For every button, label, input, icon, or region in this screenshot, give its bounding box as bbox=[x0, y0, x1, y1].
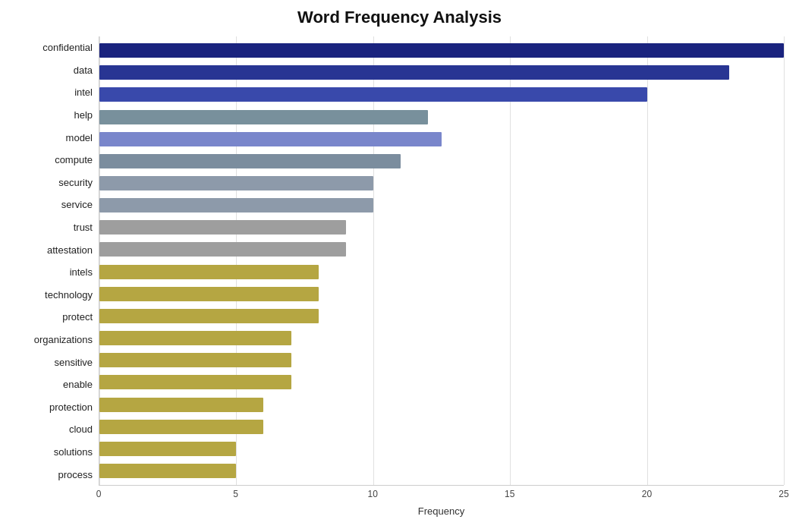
bar-row bbox=[99, 39, 784, 61]
x-tick: 15 bbox=[505, 489, 514, 499]
bar bbox=[99, 375, 291, 389]
grid-line bbox=[784, 36, 785, 485]
x-tick: 10 bbox=[368, 489, 378, 499]
bar-row bbox=[99, 305, 784, 327]
y-label: intels bbox=[70, 267, 93, 277]
bar-row bbox=[99, 438, 784, 460]
x-axis-title: Frequency bbox=[99, 505, 784, 517]
chart-area: confidentialdataintelhelpmodelcomputesec… bbox=[15, 36, 784, 486]
bar-row bbox=[99, 172, 784, 194]
bar bbox=[99, 154, 401, 168]
x-tick: 5 bbox=[233, 489, 238, 499]
bar bbox=[99, 220, 346, 235]
bar bbox=[99, 353, 291, 367]
bar-row bbox=[99, 416, 784, 438]
bar bbox=[99, 420, 263, 434]
bar-row bbox=[99, 261, 784, 283]
bar bbox=[99, 176, 373, 190]
bar-row bbox=[99, 150, 784, 172]
bar-row bbox=[99, 460, 784, 482]
bar bbox=[99, 464, 236, 478]
y-label: solutions bbox=[54, 447, 93, 457]
bar-row bbox=[99, 349, 784, 371]
bars-section bbox=[99, 36, 784, 486]
y-label: enable bbox=[63, 379, 93, 389]
bar-row bbox=[99, 105, 784, 127]
y-label: help bbox=[74, 110, 93, 120]
x-tick: 20 bbox=[642, 489, 652, 499]
bar-row bbox=[99, 238, 784, 260]
bar bbox=[99, 110, 428, 124]
y-label: service bbox=[61, 200, 93, 209]
y-label: process bbox=[58, 470, 93, 480]
chart-title: Word Frequency Analysis bbox=[297, 8, 502, 27]
y-label: data bbox=[74, 65, 93, 75]
bar-row bbox=[99, 216, 784, 238]
y-label: security bbox=[58, 178, 93, 187]
bar bbox=[99, 43, 784, 58]
bar bbox=[99, 287, 319, 301]
y-label: sensitive bbox=[54, 357, 93, 367]
bar bbox=[99, 265, 319, 279]
y-label: compute bbox=[55, 155, 93, 165]
y-label: protect bbox=[62, 312, 93, 322]
bar-row bbox=[99, 327, 784, 349]
y-label: cloud bbox=[69, 424, 93, 434]
bar-row bbox=[99, 83, 784, 105]
bar bbox=[99, 132, 442, 146]
bar bbox=[99, 331, 291, 345]
y-label: intel bbox=[74, 87, 93, 97]
bar bbox=[99, 87, 647, 102]
bar-row bbox=[99, 283, 784, 305]
y-label: protection bbox=[49, 402, 93, 412]
y-label: attestation bbox=[47, 245, 93, 255]
bar-row bbox=[99, 394, 784, 416]
bar bbox=[99, 442, 236, 456]
bar-row bbox=[99, 128, 784, 150]
y-label: trust bbox=[74, 222, 93, 232]
x-tick: 0 bbox=[96, 489, 102, 499]
bar bbox=[99, 309, 319, 323]
x-tick: 25 bbox=[779, 489, 788, 499]
y-label: technology bbox=[45, 290, 93, 300]
chart-container: confidentialdataintelhelpmodelcomputesec… bbox=[15, 36, 784, 517]
y-labels: confidentialdataintelhelpmodelcomputesec… bbox=[15, 36, 99, 486]
bar bbox=[99, 242, 346, 257]
bar bbox=[99, 65, 729, 80]
y-label: organizations bbox=[34, 335, 93, 345]
bar bbox=[99, 198, 373, 212]
bar-row bbox=[99, 194, 784, 216]
bar-row bbox=[99, 61, 784, 83]
bar-row bbox=[99, 371, 784, 393]
y-label: model bbox=[66, 133, 93, 143]
bar bbox=[99, 398, 263, 412]
y-label: confidential bbox=[42, 42, 93, 52]
